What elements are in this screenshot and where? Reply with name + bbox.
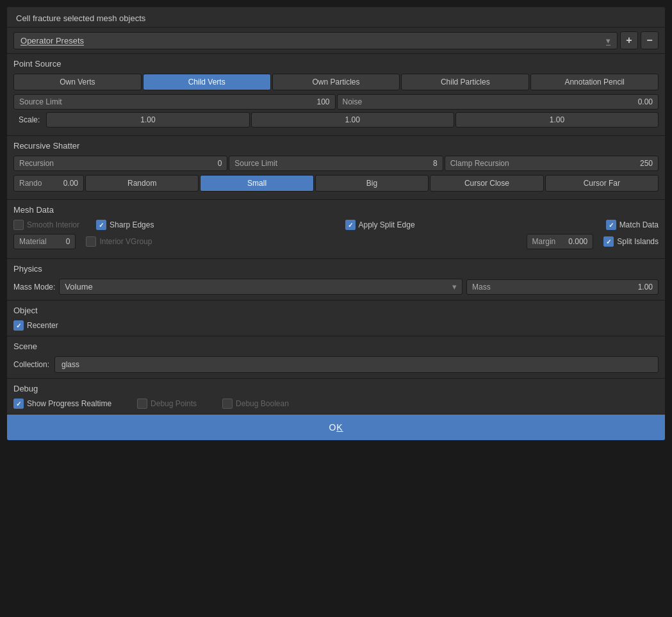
noise-label: Noise bbox=[343, 97, 363, 106]
btn-big[interactable]: Big bbox=[315, 175, 429, 192]
smooth-interior-checkbox[interactable] bbox=[13, 220, 24, 230]
rando-label: Rando bbox=[19, 179, 42, 188]
margin-value: 0.000 bbox=[568, 237, 587, 246]
scene-row: Collection: glass bbox=[13, 356, 659, 373]
scale-row: Scale: 1.00 1.00 1.00 bbox=[13, 112, 659, 128]
recenter-checkbox[interactable] bbox=[13, 320, 24, 331]
split-islands-label: Split Islands bbox=[617, 237, 659, 246]
debug-boolean-checkbox[interactable] bbox=[222, 399, 233, 409]
add-preset-button[interactable]: + bbox=[620, 31, 638, 49]
point-source-buttons: Own Verts Child Verts Own Particles Chil… bbox=[13, 74, 659, 90]
mesh-data-title: Mesh Data bbox=[13, 205, 659, 215]
split-islands-item: Split Islands bbox=[603, 236, 659, 247]
recursion-value: 0 bbox=[218, 159, 222, 168]
ok-button[interactable]: OK bbox=[7, 415, 665, 440]
rando-value: 0.00 bbox=[63, 179, 78, 188]
smooth-interior-item: Smooth Interior bbox=[13, 220, 79, 230]
mass-value: 1.00 bbox=[638, 283, 653, 292]
debug-points-item: Debug Points bbox=[137, 399, 197, 409]
material-field[interactable]: Material 0 bbox=[13, 234, 76, 249]
noise-field[interactable]: Noise 0.00 bbox=[337, 94, 659, 110]
mesh-data-row1: Smooth Interior Sharp Edges Apply Split … bbox=[13, 220, 659, 230]
mass-mode-value: Volume bbox=[65, 282, 92, 292]
rec-source-limit-label: Source Limit bbox=[234, 159, 277, 168]
debug-boolean-item: Debug Boolean bbox=[222, 399, 289, 409]
source-limit-noise-row: Source Limit 100 Noise 0.00 bbox=[13, 94, 659, 110]
scale-label: Scale: bbox=[13, 113, 45, 127]
recursive-shatter-section: Recursive Shatter Recursion 0 Source Lim… bbox=[7, 136, 665, 200]
recenter-label: Recenter bbox=[27, 321, 58, 330]
btn-small[interactable]: Small bbox=[200, 175, 313, 192]
object-title: Object bbox=[13, 306, 659, 315]
margin-field[interactable]: Margin 0.000 bbox=[527, 234, 594, 249]
rando-buttons-row: Rando 0.00 Random Small Big Cursor Close… bbox=[13, 175, 659, 192]
physics-title: Physics bbox=[13, 264, 659, 274]
operator-presets-dropdown[interactable]: Operator Presets ▾ bbox=[13, 32, 618, 49]
noise-value: 0.00 bbox=[638, 97, 653, 106]
recursive-shatter-title: Recursive Shatter bbox=[13, 141, 659, 151]
btn-annotation-pencil[interactable]: Annotation Pencil bbox=[530, 74, 659, 90]
scale-x-input[interactable]: 1.00 bbox=[46, 112, 249, 128]
show-progress-checkbox[interactable] bbox=[13, 399, 24, 409]
btn-child-particles[interactable]: Child Particles bbox=[401, 74, 529, 90]
debug-points-checkbox[interactable] bbox=[137, 399, 147, 409]
rando-field[interactable]: Rando 0.00 bbox=[13, 175, 84, 192]
source-limit-field[interactable]: Source Limit 100 bbox=[13, 94, 336, 110]
scale-y-input[interactable]: 1.00 bbox=[251, 112, 454, 128]
debug-points-label: Debug Points bbox=[151, 399, 197, 408]
object-row: Recenter bbox=[13, 320, 659, 331]
point-source-title: Point Source bbox=[13, 59, 659, 69]
clamp-recursion-field[interactable]: Clamp Recursion 250 bbox=[445, 156, 659, 171]
dropdown-arrow-icon: ▾ bbox=[452, 282, 457, 292]
dropdown-chevron-icon: ▾ bbox=[606, 36, 611, 45]
split-islands-checkbox[interactable] bbox=[603, 236, 614, 247]
recursion-fields-row: Recursion 0 Source Limit 8 Clamp Recursi… bbox=[13, 156, 659, 171]
match-data-label: Match Data bbox=[619, 220, 659, 229]
recursion-label: Recursion bbox=[19, 159, 54, 168]
smooth-interior-label: Smooth Interior bbox=[27, 220, 79, 229]
mesh-data-row2: Material 0 Interior VGroup Margin 0.000 … bbox=[13, 234, 659, 249]
mass-label: Mass bbox=[472, 283, 491, 292]
margin-label: Margin bbox=[532, 237, 556, 246]
scene-title: Scene bbox=[13, 341, 659, 351]
collection-input[interactable]: glass bbox=[54, 356, 659, 373]
clamp-label: Clamp Recursion bbox=[450, 159, 509, 168]
recursion-field[interactable]: Recursion 0 bbox=[13, 156, 227, 171]
btn-cursor-close[interactable]: Cursor Close bbox=[430, 175, 543, 192]
btn-cursor-far[interactable]: Cursor Far bbox=[545, 175, 659, 192]
mesh-data-section: Mesh Data Smooth Interior Sharp Edges Ap… bbox=[7, 200, 665, 259]
interior-vgroup-checkbox[interactable] bbox=[86, 236, 96, 247]
mass-mode-label: Mass Mode: bbox=[13, 283, 55, 292]
source-limit-label: Source Limit bbox=[19, 97, 62, 106]
material-value: 0 bbox=[66, 237, 70, 246]
apply-split-edge-item: Apply Split Edge bbox=[345, 220, 415, 230]
show-progress-item: Show Progress Realtime bbox=[13, 399, 111, 409]
scene-section: Scene Collection: glass bbox=[7, 336, 665, 379]
point-source-section: Point Source Own Verts Child Verts Own P… bbox=[7, 54, 665, 136]
clamp-value: 250 bbox=[640, 159, 653, 168]
physics-section: Physics Mass Mode: Volume ▾ Mass 1.00 bbox=[7, 259, 665, 300]
match-data-checkbox[interactable] bbox=[606, 220, 616, 230]
mass-mode-dropdown[interactable]: Volume ▾ bbox=[59, 279, 463, 295]
debug-row: Show Progress Realtime Debug Points Debu… bbox=[13, 399, 659, 409]
debug-title: Debug bbox=[13, 384, 659, 393]
source-limit-value: 100 bbox=[316, 97, 329, 106]
interior-vgroup-label: Interior VGroup bbox=[99, 237, 152, 246]
btn-own-verts[interactable]: Own Verts bbox=[13, 74, 142, 90]
btn-own-particles[interactable]: Own Particles bbox=[272, 74, 400, 90]
sharp-edges-checkbox[interactable] bbox=[96, 220, 106, 230]
object-section: Object Recenter bbox=[7, 300, 665, 336]
rec-source-limit-field[interactable]: Source Limit 8 bbox=[229, 156, 443, 171]
presets-label: Operator Presets bbox=[20, 36, 84, 45]
material-label: Material bbox=[19, 237, 47, 246]
interior-vgroup-item: Interior VGroup bbox=[86, 236, 152, 247]
apply-split-edge-checkbox[interactable] bbox=[345, 220, 356, 230]
mass-field[interactable]: Mass 1.00 bbox=[466, 279, 659, 295]
btn-child-verts[interactable]: Child Verts bbox=[143, 74, 271, 90]
physics-row: Mass Mode: Volume ▾ Mass 1.00 bbox=[13, 279, 659, 295]
debug-section: Debug Show Progress Realtime Debug Point… bbox=[7, 379, 665, 415]
remove-preset-button[interactable]: − bbox=[641, 31, 659, 49]
scale-z-input[interactable]: 1.00 bbox=[455, 112, 659, 128]
btn-random[interactable]: Random bbox=[85, 175, 199, 192]
rec-source-limit-value: 8 bbox=[433, 159, 438, 168]
